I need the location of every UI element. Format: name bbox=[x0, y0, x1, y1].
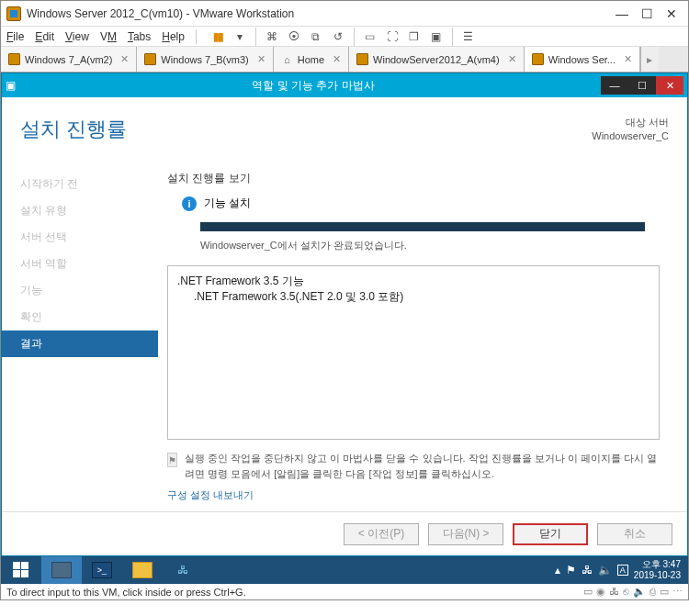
vm-icon bbox=[532, 53, 544, 65]
close-icon[interactable]: ✕ bbox=[257, 53, 265, 65]
wizard-minimize-button[interactable]: — bbox=[601, 76, 628, 95]
wizard-maximize-button[interactable]: ☐ bbox=[628, 76, 656, 95]
wizard-header: 설치 진행률 대상 서버 Windowserver_C bbox=[2, 97, 687, 162]
revert-icon[interactable]: ↺ bbox=[328, 27, 348, 47]
tab-vm[interactable]: Windows 7_B(vm3) ✕ bbox=[137, 47, 273, 72]
step-results[interactable]: 결과 bbox=[2, 330, 158, 357]
titlebar: Windows Server 2012_C(vm10) - VMware Wor… bbox=[1, 1, 688, 27]
server-manager-taskbtn[interactable] bbox=[41, 556, 82, 584]
progress-bar bbox=[200, 222, 645, 231]
tab-scroll-right[interactable]: ▸ bbox=[640, 47, 659, 72]
menubar: File Edit View VM Tabs Help ▮▮ ▾ ⌘ ⦿ ⧉ ↺… bbox=[1, 27, 688, 47]
close-wizard-button[interactable]: 닫기 bbox=[513, 523, 588, 545]
maximize-button[interactable]: ☐ bbox=[641, 6, 653, 21]
home-icon: ⌂ bbox=[281, 53, 293, 65]
more-icon[interactable]: ⋯ bbox=[672, 586, 683, 598]
step-server-roles: 서버 역할 bbox=[2, 251, 158, 277]
note-row: ⚑ 실행 중인 작업을 중단하지 않고 이 마법사를 닫을 수 있습니다. 작업… bbox=[167, 451, 660, 481]
wizard-content: 설치 진행률 보기 i 기능 설치 Windowserver_C에서 설치가 완… bbox=[158, 162, 687, 511]
step-confirm: 확인 bbox=[2, 304, 158, 330]
tab-vm[interactable]: WindowServer2012_A(vm4) ✕ bbox=[349, 47, 525, 72]
flag-icon: ⚑ bbox=[167, 453, 177, 467]
export-config-link[interactable]: 구성 설정 내보내기 bbox=[167, 488, 660, 502]
tab-label: WindowServer2012_A(vm4) bbox=[373, 54, 500, 65]
tray-network-icon[interactable]: 🖧 bbox=[582, 564, 593, 577]
svg-rect-1 bbox=[13, 562, 20, 569]
minimize-button[interactable]: — bbox=[616, 6, 628, 21]
close-icon[interactable]: ✕ bbox=[508, 53, 516, 65]
menu-edit[interactable]: Edit bbox=[35, 30, 54, 43]
feature-subitem: .NET Framework 3.5(.NET 2.0 및 3.0 포함) bbox=[194, 289, 649, 305]
tray-chevron-icon[interactable]: ▴ bbox=[555, 564, 560, 577]
menu-view[interactable]: View bbox=[65, 30, 89, 43]
svg-rect-4 bbox=[21, 570, 28, 577]
vmware-statusbar: To direct input to this VM, click inside… bbox=[1, 584, 688, 599]
info-icon: i bbox=[182, 196, 197, 211]
tab-label: Home bbox=[298, 54, 324, 65]
pause-icon[interactable]: ▮▮ bbox=[208, 27, 228, 47]
cd-icon[interactable]: ◉ bbox=[596, 586, 605, 598]
status-text: To direct input to this VM, click inside… bbox=[6, 587, 246, 598]
usb-icon[interactable]: ⎋ bbox=[623, 586, 629, 598]
powershell-taskbtn[interactable]: >_ bbox=[82, 556, 122, 584]
wizard-main: 시작하기 전 설치 유형 서버 선택 서버 역할 기능 확인 결과 설치 진행률… bbox=[2, 162, 687, 511]
step-before-begin: 시작하기 전 bbox=[2, 171, 158, 197]
tray-ime-icon[interactable]: A bbox=[617, 565, 628, 576]
note-text: 실행 중인 작업을 중단하지 않고 이 마법사를 닫을 수 있습니다. 작업 진… bbox=[185, 451, 660, 481]
printer-icon[interactable]: ⎙ bbox=[649, 586, 656, 598]
explorer-taskbtn[interactable] bbox=[122, 556, 163, 584]
menu-file[interactable]: File bbox=[6, 30, 24, 43]
window-title: Windows Server 2012_C(vm10) - VMware Wor… bbox=[27, 7, 616, 20]
wizard-close-button[interactable]: ✕ bbox=[656, 76, 683, 95]
display-icon[interactable]: ▭ bbox=[660, 586, 669, 598]
close-button[interactable]: ✕ bbox=[666, 6, 677, 21]
folder-icon bbox=[132, 562, 152, 578]
start-button[interactable] bbox=[1, 556, 41, 584]
windows-icon bbox=[13, 562, 29, 578]
sound-icon[interactable]: 🔈 bbox=[633, 586, 646, 598]
tab-vm-active[interactable]: Windows Ser... ✕ bbox=[525, 47, 640, 72]
dropdown-icon[interactable]: ▾ bbox=[230, 27, 250, 47]
wizard-window: ▣ 역할 및 기능 추가 마법사 — ☐ ✕ 설치 진행률 대상 서버 Wind… bbox=[1, 73, 688, 556]
vm-icon bbox=[356, 53, 368, 65]
menu-tabs[interactable]: Tabs bbox=[128, 30, 151, 43]
section-label: 설치 진행률 보기 bbox=[167, 171, 660, 186]
vmware-icon bbox=[6, 6, 21, 21]
target-info: 대상 서버 Windowserver_C bbox=[592, 116, 669, 144]
tab-label: Windows 7_A(vm2) bbox=[25, 54, 112, 65]
wizard-icon: ▣ bbox=[6, 78, 20, 93]
vm-icon bbox=[144, 53, 156, 65]
network-taskbtn[interactable]: 🖧 bbox=[163, 556, 203, 584]
tab-home[interactable]: ⌂ Home ✕ bbox=[274, 47, 349, 72]
svg-rect-2 bbox=[21, 562, 28, 569]
wizard-buttons: < 이전(P) 다음(N) > 닫기 취소 bbox=[2, 511, 687, 555]
vm-area[interactable]: ▣ 역할 및 기능 추가 마법사 — ☐ ✕ 설치 진행률 대상 서버 Wind… bbox=[1, 73, 688, 584]
separator bbox=[255, 28, 256, 46]
send-cad-icon[interactable]: ⌘ bbox=[262, 27, 282, 47]
unity-icon[interactable]: ❐ bbox=[404, 27, 424, 47]
status-device-icons: ▭ ◉ 🖧 ⎋ 🔈 ⎙ ▭ ⋯ bbox=[583, 586, 683, 598]
snapshot-mgr-icon[interactable]: ⧉ bbox=[306, 27, 326, 47]
vm-icon bbox=[8, 53, 20, 65]
window-controls: — ☐ ✕ bbox=[616, 6, 683, 21]
close-icon[interactable]: ✕ bbox=[624, 53, 632, 65]
hdd-icon[interactable]: ▭ bbox=[583, 586, 593, 598]
menu-help[interactable]: Help bbox=[162, 30, 185, 43]
close-icon[interactable]: ✕ bbox=[120, 53, 129, 65]
tray-flag-icon[interactable]: ⚑ bbox=[566, 564, 576, 577]
step-install-type: 설치 유형 bbox=[2, 197, 158, 224]
svg-rect-0 bbox=[10, 10, 17, 17]
library-icon[interactable]: ☰ bbox=[458, 27, 479, 47]
network-icon: 🖧 bbox=[173, 562, 193, 578]
tray-clock[interactable]: 오후 3:47 2019-10-23 bbox=[634, 559, 681, 581]
tab-vm[interactable]: Windows 7_A(vm2) ✕ bbox=[1, 47, 137, 72]
tray-volume-icon[interactable]: 🔈 bbox=[598, 564, 612, 577]
net-icon[interactable]: 🖧 bbox=[609, 586, 619, 598]
close-icon[interactable]: ✕ bbox=[333, 53, 341, 65]
menu-vm[interactable]: VM bbox=[100, 30, 117, 43]
wizard-title: 역할 및 기능 추가 마법사 bbox=[26, 78, 601, 94]
fullscreen-icon[interactable]: ⛶ bbox=[382, 27, 402, 47]
console-icon[interactable]: ▣ bbox=[426, 27, 446, 47]
snapshot-icon[interactable]: ⦿ bbox=[284, 27, 304, 47]
fit-guest-icon[interactable]: ▭ bbox=[360, 27, 380, 47]
